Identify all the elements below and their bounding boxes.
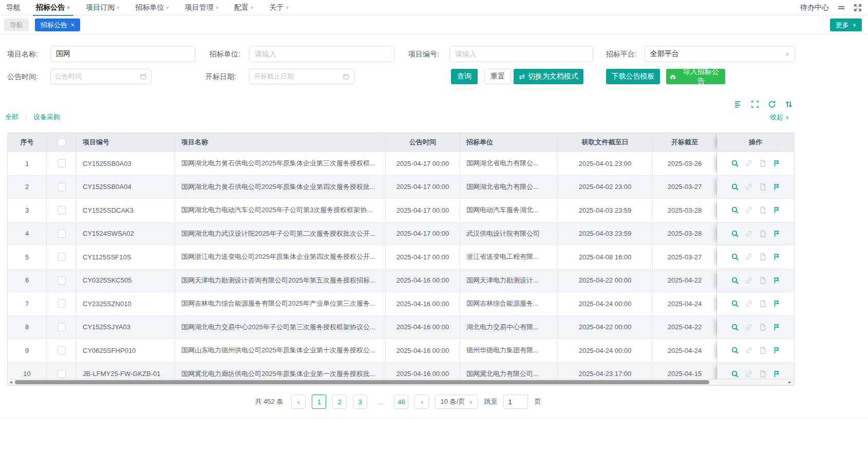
table-row: 2 CY1525SB0A04 国网湖北电力黄石供电公司2025年原集体企业第四次…: [8, 175, 794, 199]
download-template-button[interactable]: 下载公告模板: [606, 69, 660, 84]
scrollbar-thumb[interactable]: [15, 380, 709, 384]
jump-page-input[interactable]: [503, 394, 528, 409]
row-checkbox[interactable]: [58, 159, 66, 167]
page-tab[interactable]: 招标公告 ×: [35, 18, 80, 31]
import-notice-button[interactable]: 导入招标公告: [666, 69, 725, 84]
view-search-icon[interactable]: [731, 159, 739, 167]
flag-export-icon[interactable]: [772, 206, 781, 214]
cloud-upload-icon: [669, 73, 677, 81]
flag-export-icon[interactable]: [772, 299, 781, 308]
collapse-toggle[interactable]: 收起 ∧: [770, 112, 789, 122]
switch-doc-mode-button[interactable]: ⇄ 切换为文档模式: [514, 69, 583, 84]
notice-time-datepicker[interactable]: 公告时间: [50, 69, 152, 84]
nav-menu-item[interactable]: 招标单位 ∨: [135, 0, 169, 15]
document-copy-icon[interactable]: [759, 230, 767, 238]
link-icon-disabled: [745, 299, 753, 308]
cell-open-deadline: 2025-04-24: [653, 292, 717, 315]
page-number-button[interactable]: 46: [394, 394, 408, 409]
document-copy-icon[interactable]: [759, 206, 767, 214]
project-name-input[interactable]: [50, 46, 196, 62]
flag-export-icon[interactable]: [772, 230, 781, 238]
flag-export-icon[interactable]: [772, 159, 781, 167]
flag-export-icon[interactable]: [772, 370, 781, 378]
row-checkbox[interactable]: [58, 183, 66, 191]
prev-page-button[interactable]: ‹: [291, 394, 306, 409]
menu-lines-icon[interactable]: [837, 4, 845, 12]
fullscreen-expand-icon[interactable]: [854, 4, 862, 12]
scroll-left-arrow[interactable]: ◄: [8, 380, 14, 385]
scrollbar-track[interactable]: [14, 380, 787, 385]
scroll-right-arrow[interactable]: ►: [787, 380, 793, 385]
refresh-icon[interactable]: [768, 100, 776, 108]
row-checkbox[interactable]: [58, 253, 66, 261]
flag-export-icon[interactable]: [772, 276, 781, 285]
page-number-button[interactable]: 2: [332, 394, 347, 409]
category-all-link[interactable]: 全部: [5, 112, 18, 122]
column-settings-icon[interactable]: [785, 100, 793, 108]
query-button[interactable]: 查询: [451, 69, 478, 84]
row-checkbox[interactable]: [58, 346, 66, 354]
view-search-icon[interactable]: [731, 183, 739, 191]
document-copy-icon[interactable]: [759, 323, 767, 331]
nav-menu-item[interactable]: 项目管理 ∨: [185, 0, 219, 15]
reset-button[interactable]: 重置: [484, 69, 511, 84]
more-button[interactable]: 更多 ∨: [830, 18, 862, 31]
nav-menu-item[interactable]: 配置 ∨: [234, 0, 254, 15]
page-size-select[interactable]: 10 条/页 ∨: [435, 394, 478, 409]
cell-checkbox: [47, 199, 77, 222]
horizontal-scrollbar[interactable]: ◄ ►: [7, 379, 794, 385]
close-icon[interactable]: ×: [71, 22, 74, 28]
fullscreen-icon[interactable]: [751, 100, 759, 108]
document-copy-icon[interactable]: [759, 276, 767, 285]
view-search-icon[interactable]: [731, 323, 739, 331]
document-copy-icon[interactable]: [759, 253, 767, 261]
view-search-icon[interactable]: [731, 299, 739, 308]
document-copy-icon[interactable]: [759, 346, 767, 354]
cell-checkbox: [47, 176, 77, 199]
nav-menu-item[interactable]: 招标公告 ∨: [36, 0, 70, 15]
flag-export-icon[interactable]: [772, 183, 781, 191]
row-checkbox[interactable]: [58, 370, 66, 378]
cell-checkbox: [47, 222, 77, 246]
table-row: 5 CY1125SSF10S 国网浙江电力送变电公司2025年原集体企业第四次服…: [8, 245, 794, 269]
view-search-icon[interactable]: [731, 230, 739, 238]
project-code-input[interactable]: [449, 46, 593, 62]
view-search-icon[interactable]: [731, 206, 739, 214]
view-search-icon[interactable]: [731, 276, 739, 285]
open-date-label: 开标日期:: [205, 68, 236, 85]
nav-menu-item[interactable]: 导航 ∨: [6, 0, 21, 15]
bid-unit-input[interactable]: [249, 46, 394, 62]
document-copy-icon[interactable]: [759, 159, 767, 167]
view-search-icon[interactable]: [731, 370, 739, 378]
flag-export-icon[interactable]: [772, 323, 781, 331]
nav-menu-item[interactable]: 项目订阅 ∨: [86, 0, 120, 15]
document-copy-icon[interactable]: [759, 370, 767, 378]
cell-bid-unit: 国网湖北省电力有限公...: [460, 152, 558, 175]
page-number-button[interactable]: 3: [353, 394, 367, 409]
nav-menu-item[interactable]: 关于 ∨: [269, 0, 289, 15]
select-all-checkbox[interactable]: [58, 138, 66, 146]
page-tab[interactable]: 导航 ×: [4, 18, 29, 31]
open-date-datepicker[interactable]: 开标截止日期: [249, 69, 354, 84]
cell-notice-time: 2025-04-17 00:00: [386, 222, 460, 246]
row-checkbox[interactable]: [58, 206, 66, 214]
document-copy-icon[interactable]: [759, 299, 767, 308]
row-checkbox[interactable]: [58, 230, 66, 238]
document-copy-icon[interactable]: [759, 183, 767, 191]
page-number-button[interactable]: ...: [373, 394, 388, 409]
flag-export-icon[interactable]: [772, 253, 781, 261]
density-icon[interactable]: [734, 100, 742, 108]
next-page-button[interactable]: ›: [414, 394, 429, 409]
view-search-icon[interactable]: [731, 346, 739, 354]
row-checkbox[interactable]: [58, 299, 66, 308]
cell-file-deadline: 2025-04-03 23:59: [558, 199, 653, 222]
page-number-button[interactable]: 1: [312, 394, 326, 409]
cell-checkbox: [47, 246, 77, 269]
row-checkbox[interactable]: [58, 276, 66, 285]
row-checkbox[interactable]: [58, 323, 66, 331]
platform-select[interactable]: 全部平台 ∨: [645, 46, 795, 62]
view-search-icon[interactable]: [731, 253, 739, 261]
flag-export-icon[interactable]: [772, 346, 781, 354]
todo-center-link[interactable]: 待办中心: [800, 3, 829, 12]
category-equipment-link[interactable]: 设备采购: [33, 112, 60, 122]
